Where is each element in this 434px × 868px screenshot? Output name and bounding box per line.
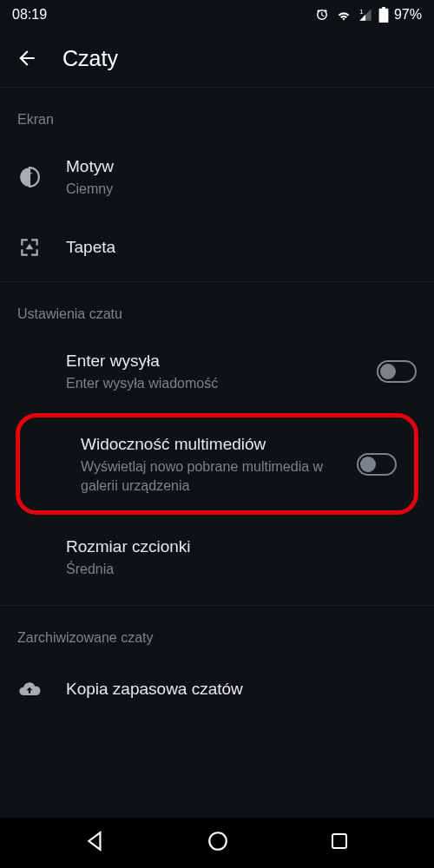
svg-point-1 (209, 832, 227, 850)
settings-list: Ekran Motyw Ciemny Tapeta Ustawienia cza… (0, 88, 434, 852)
backup-title: Kopia zapasowa czatów (66, 678, 417, 700)
section-header-screen: Ekran (0, 88, 434, 140)
svg-text:1: 1 (359, 8, 364, 16)
navigation-bar (0, 818, 434, 868)
status-bar: 08:19 1 97% (0, 0, 434, 30)
row-media-visibility[interactable]: Widoczność multimediów Wyświetlaj nowo p… (22, 424, 412, 503)
theme-title: Motyw (66, 155, 417, 178)
toggle-enter-sends[interactable] (377, 360, 417, 383)
wifi-icon (335, 8, 352, 22)
nav-home[interactable] (207, 830, 229, 856)
row-font-size[interactable]: Rozmiar czcionki Średnia (0, 520, 434, 594)
theme-icon (17, 166, 42, 188)
enter-title: Enter wysyła (66, 350, 352, 372)
theme-subtitle: Ciemny (66, 180, 417, 199)
wallpaper-title: Tapeta (66, 236, 417, 259)
status-indicators: 1 97% (314, 7, 422, 23)
section-header-chat: Ustawienia czatu (0, 282, 434, 334)
page-title: Czaty (62, 46, 118, 71)
nav-recent[interactable] (329, 831, 350, 855)
row-theme[interactable]: Motyw Ciemny (0, 140, 434, 214)
media-subtitle: Wyświetlaj nowo pobrane multimedia w gal… (81, 457, 348, 495)
row-wallpaper[interactable]: Tapeta (0, 214, 434, 281)
font-title: Rozmiar czcionki (66, 536, 417, 558)
signal-icon: 1 (358, 8, 373, 22)
row-chat-backup[interactable]: Kopia zapasowa czatów (0, 658, 434, 720)
row-enter-sends[interactable]: Enter wysyła Enter wysyła wiadomość (0, 334, 434, 408)
svg-rect-2 (332, 834, 346, 848)
media-title: Widoczność multimediów (81, 433, 348, 456)
wallpaper-icon (17, 236, 42, 259)
font-subtitle: Średnia (66, 560, 417, 579)
toggle-media-visibility[interactable] (357, 453, 397, 476)
alarm-icon (314, 7, 330, 23)
status-time: 08:19 (12, 7, 47, 23)
enter-subtitle: Enter wysyła wiadomość (66, 374, 352, 393)
cloud-upload-icon (17, 677, 42, 701)
battery-icon (378, 7, 389, 23)
back-button[interactable] (16, 47, 38, 69)
app-bar: Czaty (0, 30, 434, 87)
section-header-archived: Zarchiwizowane czaty (0, 606, 434, 658)
nav-back[interactable] (84, 830, 107, 856)
highlight-media-visibility: Widoczność multimediów Wyświetlaj nowo p… (16, 413, 418, 515)
battery-percent: 97% (394, 7, 422, 23)
